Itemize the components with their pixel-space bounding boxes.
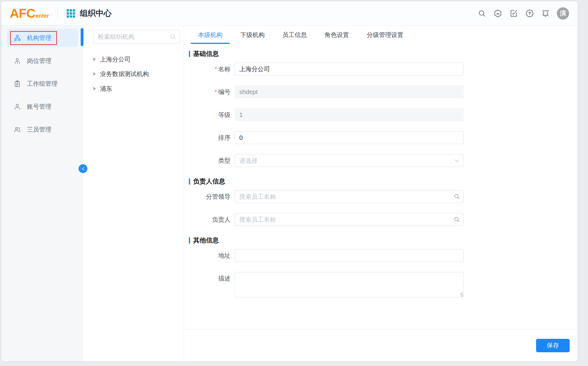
ai-assistant-icon[interactable]: AI (493, 9, 502, 18)
tab-role-settings[interactable]: 角色设置 (317, 26, 356, 44)
form-row-leader: 负责人 (189, 213, 578, 226)
sidebar-item-label: 机构管理 (27, 34, 51, 42)
tree-expand-caret-icon[interactable] (93, 57, 96, 61)
field-label: 负责人 (189, 216, 235, 224)
section-accent-bar (189, 178, 190, 185)
field-label: *编号 (189, 88, 235, 96)
section-other-info: 其他信息 地址 描述 (189, 236, 578, 297)
search-icon[interactable] (477, 9, 487, 18)
form-row-type: 类型 (189, 154, 578, 167)
sidebar-nav: 机构管理 岗位管理 (1, 26, 83, 361)
section-header: 基础信息 (189, 49, 578, 58)
leader-search-input[interactable] (235, 213, 464, 226)
org-structure-icon (14, 34, 21, 42)
save-button[interactable]: 保存 (536, 339, 570, 352)
field-label: 描述 (189, 272, 235, 283)
account-person-icon (14, 103, 21, 110)
tree-node-label: 业务数据测试机构 (100, 70, 149, 78)
org-tree-list: 上海分公司 业务数据测试机构 浦东 (93, 52, 180, 96)
field-label: 等级 (189, 111, 235, 119)
notifications-bell-icon[interactable] (541, 9, 550, 18)
tree-node-pudong[interactable]: 浦东 (93, 81, 180, 96)
form-row-code: *编号 (189, 85, 578, 98)
workgroup-clipboard-icon (14, 80, 21, 87)
tab-level-management-settings[interactable]: 分级管理设置 (359, 26, 411, 44)
sidebar-item-label: 账号管理 (27, 103, 51, 111)
body-row: 机构管理 岗位管理 (1, 26, 578, 361)
form-row-description: 描述 (189, 272, 578, 297)
sidebar-item-label: 工作组管理 (27, 80, 57, 88)
supervisor-search-input[interactable] (235, 190, 464, 203)
sidebar-item-org-management[interactable]: 机构管理 (7, 29, 78, 47)
section-accent-bar (189, 51, 190, 57)
section-header: 其他信息 (189, 236, 578, 245)
field-label: 排序 (189, 134, 235, 142)
required-star: * (215, 89, 217, 95)
section-accent-bar (189, 237, 190, 244)
tab-employee-info[interactable]: 员工信息 (275, 26, 314, 44)
form-row-address: 地址 (189, 249, 578, 262)
field-label: 类型 (189, 157, 235, 165)
detail-tabs: 本级机构 下级机构 员工信息 角色设置 分级管理设置 (184, 26, 578, 44)
name-input[interactable] (235, 63, 464, 75)
section-header: 负责人信息 (189, 177, 578, 186)
brand-logo[interactable]: AFC enter (10, 6, 49, 21)
field-label: 地址 (189, 252, 235, 260)
tree-expand-caret-icon[interactable] (93, 72, 96, 76)
tree-expand-caret-icon[interactable] (93, 87, 96, 90)
form-row-sort: 排序 (189, 131, 578, 144)
tab-sub-org[interactable]: 下级机构 (233, 26, 272, 44)
brand-logo-text: AFC (10, 6, 35, 21)
header-divider (57, 8, 58, 19)
sidebar-item-three-roles-management[interactable]: 三员管理 (7, 120, 78, 139)
app-header: AFC enter 组织中心 AI ? (1, 1, 578, 26)
tree-node-business-test[interactable]: 业务数据测试机构 (93, 67, 180, 81)
tree-node-label: 上海分公司 (100, 55, 130, 63)
sidebar-item-workgroup-management[interactable]: 工作组管理 (7, 74, 78, 93)
three-roles-people-icon (14, 126, 21, 133)
org-tree-search (93, 30, 180, 43)
sort-input[interactable] (235, 131, 464, 144)
section-leader-info: 负责人信息 分管领导 负责人 (189, 177, 578, 226)
tree-search-icon[interactable] (169, 33, 177, 42)
svg-text:?: ? (528, 11, 531, 16)
brand-logo-suffix: enter (35, 13, 49, 19)
sidebar-item-position-management[interactable]: 岗位管理 (7, 52, 78, 70)
description-textarea[interactable] (235, 272, 464, 297)
header-actions: AI ? 演 (477, 7, 569, 20)
help-icon[interactable]: ? (525, 9, 534, 18)
field-label: *名称 (189, 65, 235, 73)
memo-icon[interactable] (509, 9, 518, 18)
sidebar-item-account-management[interactable]: 账号管理 (7, 97, 78, 116)
app-window: AFC enter 组织中心 AI ? (1, 1, 578, 362)
form-row-level: 等级 (189, 108, 578, 121)
page-title: 组织中心 (80, 8, 112, 19)
level-input-disabled (235, 108, 464, 121)
type-select[interactable] (235, 154, 464, 167)
section-basic-info: 基础信息 *名称 *编号 等级 排序 (189, 49, 578, 167)
user-avatar[interactable]: 演 (557, 7, 569, 20)
form-footer: 保存 (184, 329, 578, 361)
form-content: 基础信息 *名称 *编号 等级 排序 (184, 44, 578, 329)
active-menu-indicator (81, 28, 83, 46)
sidebar-item-label: 岗位管理 (27, 57, 51, 65)
svg-text:AI: AI (496, 12, 499, 15)
section-title-text: 负责人信息 (193, 177, 225, 186)
org-tree-panel: 上海分公司 业务数据测试机构 浦东 (83, 26, 184, 361)
tree-node-shanghai[interactable]: 上海分公司 (93, 52, 180, 67)
collapse-panel-button[interactable] (79, 164, 87, 173)
tree-node-label: 浦东 (100, 85, 112, 93)
address-input[interactable] (235, 249, 464, 262)
required-star: * (215, 66, 217, 72)
position-icon (14, 57, 21, 64)
sidebar-item-label: 三员管理 (27, 125, 51, 134)
annotation-red-box: 机构管理 (10, 31, 57, 45)
form-row-supervisor: 分管领导 (189, 190, 578, 203)
section-title-text: 其他信息 (193, 236, 219, 245)
section-title-text: 基础信息 (193, 49, 219, 58)
main-panel: 本级机构 下级机构 员工信息 角色设置 分级管理设置 基础信息 *名称 (184, 26, 578, 361)
field-label: 分管领导 (189, 193, 235, 201)
form-row-name: *名称 (189, 63, 578, 75)
org-tree-search-input[interactable] (94, 30, 180, 43)
tab-current-org[interactable]: 本级机构 (191, 26, 230, 44)
